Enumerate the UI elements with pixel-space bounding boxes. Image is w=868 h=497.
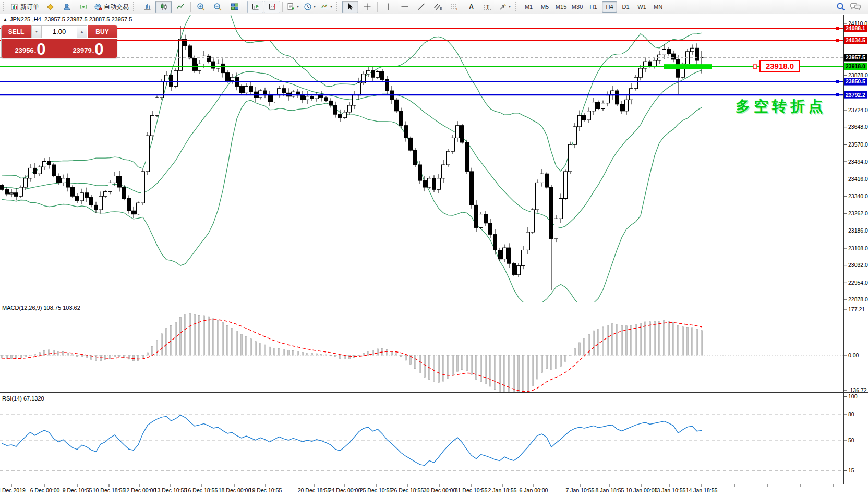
periods-button[interactable]: ▾ (302, 1, 318, 13)
svg-text:23416.0: 23416.0 (848, 176, 868, 182)
line-handle[interactable] (753, 65, 757, 68)
volume-decrease-button[interactable]: ▼ (31, 26, 42, 38)
terminal-button[interactable] (58, 1, 75, 13)
rsi-label: RSI(14) 67.1320 (2, 395, 44, 402)
svg-text:9 Dec 10:55: 9 Dec 10:55 (63, 487, 92, 493)
signals-button[interactable] (75, 1, 91, 13)
timeframe-m30-button[interactable]: M30 (570, 1, 585, 13)
arrows-button[interactable]: ▾ (497, 1, 513, 13)
svg-text:23108.0: 23108.0 (848, 245, 868, 251)
toolbar-grip[interactable] (133, 2, 137, 11)
line-handle[interactable] (836, 93, 839, 96)
text-label-button[interactable]: T (480, 1, 496, 13)
svg-text:15: 15 (848, 467, 854, 474)
svg-text:23724.0: 23724.0 (848, 107, 868, 113)
timeframe-d1-button[interactable]: D1 (618, 1, 633, 13)
autotrading-button[interactable]: 自动交易 (92, 1, 131, 13)
svg-text:24 Dec 00:00: 24 Dec 00:00 (329, 487, 361, 493)
pane-separators[interactable] (0, 302, 868, 484)
svg-text:23957.5: 23957.5 (846, 54, 865, 60)
svg-text:23570.0: 23570.0 (848, 141, 868, 148)
tile-windows-button[interactable] (226, 1, 243, 13)
tile-windows-icon (231, 3, 239, 11)
highlight-zone[interactable] (664, 64, 712, 69)
time-axis: 4 Dec 20196 Dec 00:009 Dec 10:5510 Dec 1… (0, 484, 833, 493)
template-icon (320, 3, 329, 11)
price-callout-label[interactable]: 23918.0 (760, 60, 800, 72)
new-order-button[interactable]: 新订单 (9, 1, 41, 13)
svg-text:23648.0: 23648.0 (848, 124, 868, 130)
svg-text:24088.1: 24088.1 (846, 25, 865, 31)
vertical-line-icon (384, 3, 392, 11)
chart-canvas[interactable]: 24110.023878.023724.023648.023570.023494… (0, 14, 868, 497)
timeframe-h1-button[interactable]: H1 (586, 1, 601, 13)
svg-text:14 Jan 18:55: 14 Jan 18:55 (686, 487, 718, 493)
line-handle[interactable] (836, 27, 839, 30)
svg-text:23032.0: 23032.0 (848, 262, 868, 268)
svg-text:23850.5: 23850.5 (846, 78, 865, 84)
timeframe-m15-button[interactable]: M15 (553, 1, 569, 13)
turning-point-annotation[interactable]: 多空转折点 (736, 96, 827, 116)
line-chart-button[interactable] (172, 1, 188, 13)
vertical-line-button[interactable] (380, 1, 396, 13)
svg-text:30 Dec 00:00: 30 Dec 00:00 (424, 487, 456, 493)
toolbar-grip[interactable] (336, 2, 340, 11)
svg-text:2 Jan 18:55: 2 Jan 18:55 (488, 487, 517, 493)
templates-button[interactable]: ▾ (318, 1, 334, 13)
rsi-pane (0, 414, 843, 470)
svg-text:23262.0: 23262.0 (848, 210, 868, 216)
zoom-out-icon (213, 3, 222, 11)
horizontal-line-button[interactable] (396, 1, 413, 13)
chat-icon[interactable] (850, 2, 861, 11)
svg-text:23918.0: 23918.0 (846, 63, 865, 69)
equidistant-channel-button[interactable]: E (430, 1, 446, 13)
one-click-collapse-arrow[interactable]: ▲ (3, 17, 7, 22)
cursor-button[interactable] (342, 1, 358, 13)
timeframe-m1-button[interactable]: M1 (521, 1, 536, 13)
price-axis-badges: 24088.124034.523957.523918.023850.523792… (844, 25, 867, 98)
toolbar-grip[interactable] (3, 2, 7, 11)
svg-text:6 Dec 00:00: 6 Dec 00:00 (30, 487, 60, 493)
svg-text:6 Jan 00:00: 6 Jan 00:00 (520, 487, 548, 493)
sell-button[interactable]: SELL (2, 25, 31, 38)
svg-text:8 Jan 18:55: 8 Jan 18:55 (596, 487, 624, 493)
timeframe-mn-button[interactable]: MN (650, 1, 666, 13)
toolbar-grip[interactable] (515, 2, 519, 11)
svg-text:23878.0: 23878.0 (848, 72, 868, 78)
metaeditor-button[interactable] (42, 1, 58, 13)
svg-text:50: 50 (848, 437, 854, 443)
bar-chart-button[interactable] (139, 1, 155, 13)
dropdown-caret: ▾ (297, 5, 299, 9)
dropdown-caret: ▾ (330, 5, 332, 9)
fibonacci-button[interactable]: F (447, 1, 463, 13)
volume-increase-button[interactable]: ▲ (77, 26, 87, 38)
indicators-button[interactable]: ▾ (285, 1, 301, 13)
cursor-icon (346, 3, 355, 11)
macd-label: MACD(12,26,9) 108.75 103.62 (2, 305, 80, 311)
timeframe-h4-button[interactable]: H4 (602, 1, 617, 13)
buy-button[interactable]: BUY (88, 25, 117, 38)
svg-text:4 Dec 2019: 4 Dec 2019 (0, 487, 26, 493)
candlestick-chart-button[interactable] (155, 1, 172, 13)
crosshair-button[interactable] (359, 1, 375, 13)
line-handle[interactable] (836, 80, 839, 83)
volume-input[interactable]: 1.00 (42, 26, 77, 38)
zoom-out-button[interactable] (210, 1, 226, 13)
auto-scroll-button[interactable] (247, 1, 263, 13)
line-handle[interactable] (836, 39, 839, 42)
toolbar: 新订单 自动交易 (0, 0, 868, 14)
macd-pane (0, 313, 843, 397)
zoom-in-button[interactable] (193, 1, 209, 13)
text-button[interactable]: A (463, 1, 479, 13)
sell-price[interactable]: 23956.0 (2, 39, 59, 58)
timeframe-w1-button[interactable]: W1 (634, 1, 649, 13)
trendline-button[interactable] (413, 1, 429, 13)
search-icon[interactable] (836, 2, 846, 11)
chart-shift-button[interactable] (264, 1, 280, 13)
svg-text:0.00: 0.00 (848, 352, 859, 358)
buy-price[interactable]: 23979.0 (59, 39, 117, 58)
timeframe-m5-button[interactable]: M5 (537, 1, 552, 13)
svg-text:10 Dec 18:55: 10 Dec 18:55 (93, 487, 126, 493)
candlestick-icon (160, 3, 168, 11)
chart-shift-icon (268, 3, 276, 11)
